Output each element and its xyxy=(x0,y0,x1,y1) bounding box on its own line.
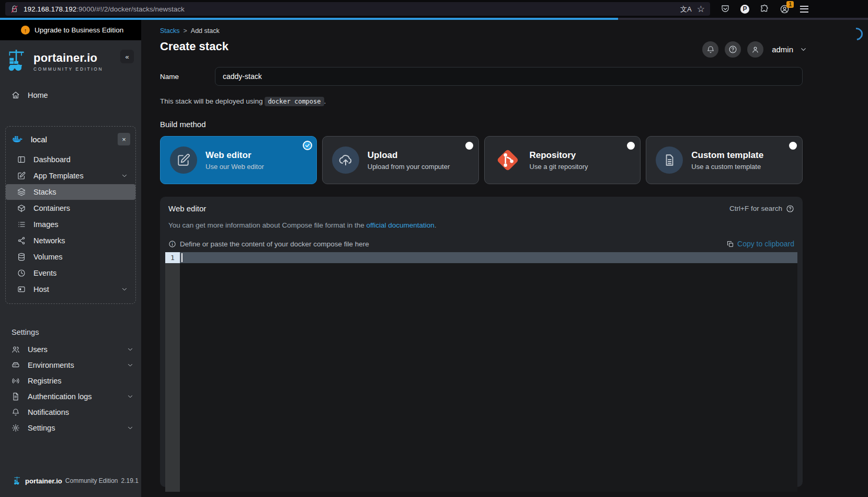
pocket-icon[interactable] xyxy=(721,4,730,14)
sidebar-collapse-button[interactable]: « xyxy=(120,50,134,63)
bookmark-star-icon[interactable]: ☆ xyxy=(697,5,705,14)
sidebar-item-app-templates[interactable]: App Templates xyxy=(6,168,135,184)
environment-close-icon[interactable]: × xyxy=(118,133,130,145)
notifications-bell-button[interactable] xyxy=(702,41,718,58)
profile-notification-badge: 1 xyxy=(786,1,794,8)
extension-p-icon[interactable]: P xyxy=(740,5,749,14)
sidebar-item-stacks[interactable]: Stacks xyxy=(6,184,135,200)
sidebar: ↑ Upgrade to Business Edition xyxy=(0,20,141,497)
portainer-logo-icon xyxy=(7,49,29,73)
sidebar-item-users[interactable]: Users xyxy=(0,342,141,357)
environment-header[interactable]: local × xyxy=(6,129,135,152)
chevron-down-icon xyxy=(127,362,134,369)
build-method-title: Build method xyxy=(160,120,803,129)
compose-info-text: You can get more information about Compo… xyxy=(165,221,797,229)
chevron-down-icon xyxy=(121,172,128,179)
hard-drive-icon xyxy=(12,361,20,369)
portainer-footer-logo-icon xyxy=(14,476,22,485)
brand-edition: COMMUNITY EDITION xyxy=(33,66,103,72)
extensions-puzzle-icon[interactable] xyxy=(760,4,769,14)
user-menu-chevron-icon[interactable] xyxy=(800,46,807,53)
chevron-down-icon xyxy=(127,393,134,400)
method-card-custom-template[interactable]: Custom template Use a custom template xyxy=(646,136,803,184)
docker-whale-icon xyxy=(12,134,22,144)
translate-icon[interactable]: 文A xyxy=(680,6,692,13)
sidebar-item-dashboard[interactable]: Dashboard xyxy=(6,152,135,167)
settings-section-title: Settings xyxy=(0,328,141,336)
brand-name: portainer.io xyxy=(33,51,103,65)
stacks-icon xyxy=(17,188,26,196)
browser-action-icons: P 1 xyxy=(721,4,808,14)
insecure-lock-icon xyxy=(10,5,18,13)
version-label: 2.19.1 xyxy=(121,477,139,484)
copy-to-clipboard-button[interactable]: Copy to clipboard xyxy=(726,240,794,248)
url-bar[interactable]: 192.168.178.192:9000/#!/2/docker/stacks/… xyxy=(5,2,710,16)
bell-icon xyxy=(12,408,20,416)
sidebar-item-host[interactable]: Host xyxy=(6,281,135,297)
sidebar-item-containers[interactable]: Containers xyxy=(6,200,135,216)
breadcrumb: Stacks > Add stack xyxy=(141,20,868,35)
browser-toolbar: 192.168.178.192:9000/#!/2/docker/stacks/… xyxy=(0,0,868,18)
home-icon xyxy=(12,91,20,99)
stack-name-input[interactable] xyxy=(215,67,803,86)
browser-profile-icon[interactable]: 1 xyxy=(780,4,790,14)
environment-name: local xyxy=(31,135,47,144)
chevron-down-icon xyxy=(127,424,134,432)
browser-menu-icon[interactable] xyxy=(800,6,808,13)
help-circle-icon[interactable] xyxy=(786,205,794,213)
editor-gutter xyxy=(165,252,180,492)
editor-cursor xyxy=(181,253,182,262)
sidebar-item-home[interactable]: Home xyxy=(0,87,141,103)
help-button[interactable] xyxy=(725,41,741,58)
upgrade-arrow-icon: ↑ xyxy=(21,26,30,35)
container-box-icon xyxy=(17,204,26,212)
sidebar-item-settings[interactable]: Settings xyxy=(0,420,141,436)
clock-icon xyxy=(17,269,26,277)
breadcrumb-current: Add stack xyxy=(191,27,220,35)
host-icon xyxy=(17,285,26,293)
sidebar-item-images[interactable]: Images xyxy=(6,217,135,232)
gear-icon xyxy=(12,424,20,432)
chevron-down-icon xyxy=(127,346,134,353)
docker-compose-chip: docker compose xyxy=(265,97,324,106)
user-avatar[interactable] xyxy=(747,41,763,58)
sidebar-footer: portainer.io Community Edition 2.19.1 xyxy=(0,476,141,497)
upload-cloud-icon xyxy=(338,153,353,167)
upgrade-banner[interactable]: ↑ Upgrade to Business Edition xyxy=(0,20,141,40)
url-text[interactable]: 192.168.178.192:9000/#!/2/docker/stacks/… xyxy=(24,5,185,13)
main-content: Stacks > Add stack Create stack admin Na… xyxy=(141,20,868,497)
search-hint: Ctrl+F for search xyxy=(729,205,794,213)
radio-unselected-icon xyxy=(789,142,797,150)
deploy-note: This stack will be deployed using docker… xyxy=(160,97,803,105)
file-text-icon xyxy=(12,392,20,401)
list-icon xyxy=(17,220,26,229)
user-name[interactable]: admin xyxy=(772,45,793,54)
editor-line-number: 1 xyxy=(165,252,180,263)
sidebar-item-networks[interactable]: Networks xyxy=(6,233,135,249)
portainer-brand: portainer.io COMMUNITY EDITION « xyxy=(0,40,141,80)
sidebar-item-authentication-logs[interactable]: Authentication logs xyxy=(0,389,141,404)
sidebar-item-events[interactable]: Events xyxy=(6,265,135,281)
method-card-upload[interactable]: Upload Upload from your computer xyxy=(322,136,479,184)
official-documentation-link[interactable]: official documentation xyxy=(366,221,434,229)
define-hint: Define or paste the content of your dock… xyxy=(168,240,369,248)
environment-box: local × Dashboard App Templates Stacks C… xyxy=(5,126,136,304)
panel-title: Web editor xyxy=(168,204,206,213)
selected-check-icon xyxy=(303,141,312,150)
chevron-down-icon xyxy=(121,286,128,293)
edit-icon xyxy=(17,172,26,180)
sidebar-item-notifications[interactable]: Notifications xyxy=(0,404,141,420)
sidebar-item-registries[interactable]: Registries xyxy=(0,373,141,389)
radio-icon xyxy=(12,377,20,385)
radio-unselected-icon xyxy=(627,142,635,150)
sidebar-item-environments[interactable]: Environments xyxy=(0,357,141,373)
breadcrumb-stacks-link[interactable]: Stacks xyxy=(160,27,180,35)
build-method-cards: Web editor Use our Web editor Upload Upl… xyxy=(160,136,803,184)
code-editor[interactable]: 1 xyxy=(165,252,797,492)
users-icon xyxy=(12,345,20,354)
web-editor-icon xyxy=(177,153,190,167)
web-editor-panel: Web editor Ctrl+F for search You can get… xyxy=(160,197,803,487)
method-card-web-editor[interactable]: Web editor Use our Web editor xyxy=(160,136,317,184)
method-card-repository[interactable]: Repository Use a git repository xyxy=(484,136,641,184)
sidebar-item-volumes[interactable]: Volumes xyxy=(6,249,135,265)
